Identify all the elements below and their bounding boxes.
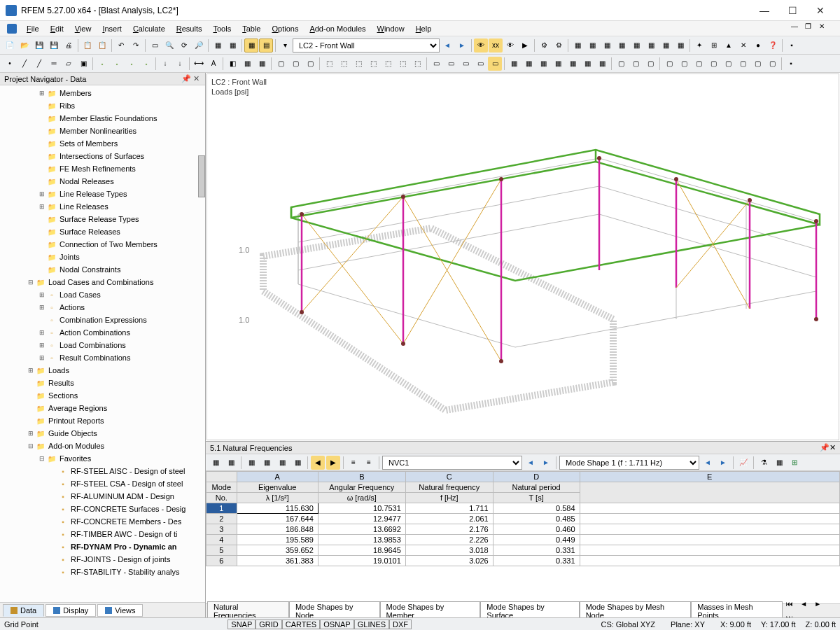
cs4-button[interactable]: ▢ xyxy=(706,57,720,71)
new-button[interactable]: 📄 xyxy=(3,38,17,52)
tab-first[interactable]: ⏮ xyxy=(783,597,797,611)
mod7-button[interactable]: ▦ xyxy=(659,38,673,52)
ptb-filter[interactable]: ⚗ xyxy=(757,456,771,470)
member-button[interactable]: ═ xyxy=(47,57,61,71)
tree-item[interactable]: ▪RF-DYNAM Pro - Dynamic an xyxy=(0,540,205,553)
frequency-table[interactable]: ABCDEModeEigenvalueAngular FrequencyNatu… xyxy=(206,471,840,566)
cs8-button[interactable]: ▢ xyxy=(765,57,779,71)
status-toggle-cartes[interactable]: CARTES xyxy=(282,620,320,629)
tree-item[interactable]: 📁Intersections of Surfaces xyxy=(0,150,205,162)
tree-item[interactable]: 📁Member Nonlinearities xyxy=(0,125,205,137)
axis-button[interactable]: ✦ xyxy=(692,38,706,52)
menu-insert[interactable]: Insert xyxy=(97,23,127,34)
tree-item[interactable]: ⊞📁Loads xyxy=(0,364,205,377)
vis2-button[interactable]: ▦ xyxy=(522,57,536,71)
tree-item[interactable]: ⊞📁Guide Objects xyxy=(0,427,205,440)
ptb4[interactable]: ▦ xyxy=(260,456,274,470)
ptb-export[interactable]: ⊞ xyxy=(788,456,802,470)
print-button[interactable]: 🖨 xyxy=(62,38,76,52)
tree-item[interactable]: ▪RF-TIMBER AWC - Design of ti xyxy=(0,528,205,540)
tree-item[interactable]: 📁Surface Releases xyxy=(0,225,205,238)
mode-next[interactable]: ► xyxy=(716,456,730,470)
tab-last[interactable]: ⏭ xyxy=(783,611,797,618)
panel-pin-icon[interactable]: 📌 xyxy=(820,443,830,452)
tree-item[interactable]: ⊟📁Load Cases and Combinations xyxy=(0,276,205,288)
status-toggle-grid[interactable]: GRID xyxy=(255,620,282,629)
tree-item[interactable]: ⊞📁Line Releases xyxy=(0,200,205,213)
redo-button[interactable]: ↷ xyxy=(129,38,143,52)
tree-item[interactable]: ⊞📁Line Release Types xyxy=(0,188,205,200)
mod5-button[interactable]: ▦ xyxy=(629,38,643,52)
lc-prev-button[interactable]: ◄ xyxy=(440,38,454,52)
tree-item[interactable]: 📁FE Mesh Refinements xyxy=(0,162,205,175)
sel3-button[interactable]: ▭ xyxy=(458,57,472,71)
mod6-button[interactable]: ▦ xyxy=(644,38,658,52)
tree-item[interactable]: ⊞▫Actions xyxy=(0,301,205,314)
status-toggle-glines[interactable]: GLINES xyxy=(354,620,389,629)
results-toggle[interactable]: 👁 xyxy=(474,38,488,52)
def-button[interactable]: 👁 xyxy=(503,38,517,52)
mdi-close-button[interactable]: ✕ xyxy=(819,22,833,35)
ld1-button[interactable]: ↓ xyxy=(158,57,172,71)
nl2-button[interactable]: ⬩ xyxy=(110,57,124,71)
status-toggle-osnap[interactable]: OSNAP xyxy=(320,620,354,629)
disp3-button[interactable]: ▢ xyxy=(643,57,657,71)
vis3-button[interactable]: ▦ xyxy=(536,57,550,71)
maximize-button[interactable]: ☐ xyxy=(778,1,806,20)
tree-item[interactable]: ▪RF-ALUMINUM ADM - Design xyxy=(0,490,205,503)
tree-item[interactable]: 📁Nodal Releases xyxy=(0,175,205,188)
tree-item[interactable]: ⊞▫Action Combinations xyxy=(0,326,205,339)
calc-button[interactable]: ⚙ xyxy=(537,38,551,52)
tree-item[interactable]: ⊞▫Load Combinations xyxy=(0,339,205,351)
nl1-button[interactable]: ⬩ xyxy=(95,57,109,71)
ptb-graph[interactable]: 📈 xyxy=(736,456,750,470)
ptb3[interactable]: ▦ xyxy=(244,456,258,470)
cs5-button[interactable]: ▢ xyxy=(721,57,735,71)
close-button[interactable]: ✕ xyxy=(806,1,834,20)
grp2-button[interactable]: ⬚ xyxy=(337,57,351,71)
menu-edit[interactable]: Edit xyxy=(45,23,69,34)
zoom-button[interactable]: 🔎 xyxy=(192,38,206,52)
tree-item[interactable]: ⊞▫Load Cases xyxy=(0,288,205,301)
menu-view[interactable]: View xyxy=(69,23,97,34)
grp6-button[interactable]: ⬚ xyxy=(396,57,410,71)
panel-combo-mode[interactable]: Mode Shape 1 (f : 1.711 Hz) xyxy=(559,456,699,470)
solid-button[interactable]: ▣ xyxy=(76,57,90,71)
ptb7[interactable]: ◀ xyxy=(311,456,325,470)
vis7-button[interactable]: ▦ xyxy=(595,57,609,71)
tree-item[interactable]: ▫Combination Expressions xyxy=(0,314,205,326)
tree-item[interactable]: 📁Sections xyxy=(0,389,205,402)
undo-button[interactable]: ↶ xyxy=(114,38,128,52)
cs6-button[interactable]: ▢ xyxy=(736,57,750,71)
overflow2-icon[interactable]: ▪ xyxy=(784,57,798,71)
tree-item[interactable]: ▪RF-CONCRETE Surfaces - Desig xyxy=(0,503,205,515)
model-viewport[interactable]: LC2 : Front Wall Loads [psi] xyxy=(206,74,839,440)
panel-tab[interactable]: Mode Shapes by Node xyxy=(289,601,380,618)
calc2-button[interactable]: ⚙ xyxy=(552,38,566,52)
sel1-button[interactable]: ▭ xyxy=(429,57,443,71)
tree-item[interactable]: ▪RF-CONCRETE Members - Des xyxy=(0,515,205,528)
help-button[interactable]: ❓ xyxy=(766,38,780,52)
mdi-restore-button[interactable]: ❐ xyxy=(805,22,819,35)
vis4-button[interactable]: ▦ xyxy=(551,57,565,71)
tree-scrollbar[interactable] xyxy=(198,155,205,197)
menu-options[interactable]: Options xyxy=(266,23,304,34)
minimize-button[interactable]: — xyxy=(750,1,778,20)
sel4-button[interactable]: ▭ xyxy=(473,57,487,71)
cs2-button[interactable]: ▢ xyxy=(677,57,691,71)
overflow-icon[interactable]: ▪ xyxy=(785,38,799,52)
vis5-button[interactable]: ▦ xyxy=(566,57,580,71)
nvc-next[interactable]: ► xyxy=(539,456,553,470)
panel-tab[interactable]: Mode Shapes by Surface xyxy=(480,601,579,618)
tree-item[interactable]: ▪RF-STEEL CSA - Design of steel xyxy=(0,477,205,490)
grp4-button[interactable]: ⬚ xyxy=(366,57,380,71)
sel2-button[interactable]: ▭ xyxy=(444,57,458,71)
mod4-button[interactable]: ▦ xyxy=(615,38,629,52)
mod1-button[interactable]: ▦ xyxy=(570,38,584,52)
copy-button[interactable]: 📋 xyxy=(80,38,94,52)
tree-item[interactable]: ▪RF-STEEL AISC - Design of steel xyxy=(0,465,205,477)
paste-button[interactable]: 📋 xyxy=(95,38,109,52)
txt-button[interactable]: A xyxy=(206,57,220,71)
tree-item[interactable]: ⊞📁Members xyxy=(0,87,205,99)
tree-item[interactable]: ⊟📁Favorites xyxy=(0,452,205,465)
